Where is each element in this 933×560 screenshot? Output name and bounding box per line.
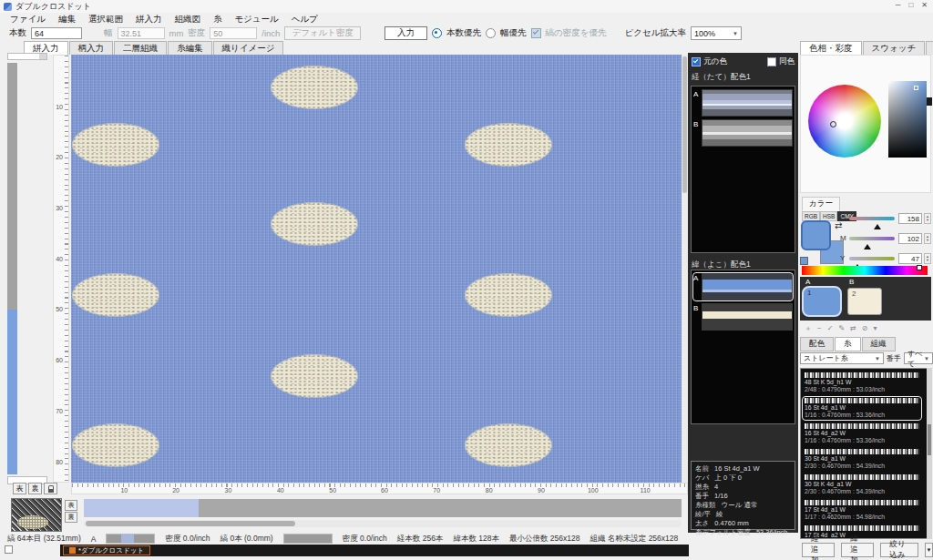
filter-caret-icon[interactable]: ▼ [925, 543, 933, 557]
17 St 4d_a1 W[interactable]: 17 St 4d_a1 W 1/17 : 0.4620mm : 54.98/in… [803, 499, 921, 522]
add-weft-button[interactable]: 緯追加 [841, 543, 874, 557]
width-input[interactable]: 32.51 [118, 27, 165, 39]
16 St 4d_a1 W[interactable]: 16 St 4d_a1 W 1/16 : 0.4760mm : 53.36/in… [803, 397, 921, 420]
add-warp-button[interactable]: 経追加 [802, 543, 835, 557]
thread-spec: 1/16 : 0.4760mm : 53.36/inch [805, 412, 919, 419]
filter-button[interactable]: 絞り込み [880, 543, 918, 557]
document-tab[interactable]: *ダブルクロスドット [63, 545, 150, 555]
same-color-checkbox[interactable] [767, 57, 776, 66]
thread-name: 16 St 4d_a2 W [805, 430, 919, 437]
weft-row-a[interactable]: A [693, 273, 793, 300]
palette-swatch-2[interactable]: 2 [847, 288, 882, 315]
menu-item[interactable]: 選択範囲 [82, 14, 129, 25]
minimize-icon[interactable]: ─ [896, 1, 901, 9]
library-tab[interactable]: 配色 [800, 337, 834, 351]
magenta-spinner[interactable]: ▲▼ [924, 233, 931, 244]
canvas-vscrollbar[interactable] [682, 55, 688, 483]
back-mini-button[interactable]: 裏 [65, 512, 77, 523]
apply-icon[interactable]: ✓ [827, 324, 834, 332]
slider-marker-icon[interactable] [874, 224, 881, 229]
brightness-square[interactable] [888, 81, 927, 158]
mini-color-swatch[interactable] [800, 257, 808, 265]
color-panel-tab[interactable]: スウォッチ [863, 41, 926, 55]
library-tab[interactable]: 糸 [835, 337, 861, 351]
close-icon[interactable]: ✕ [921, 1, 928, 9]
yellow-value[interactable]: 47 [898, 253, 922, 264]
cyan-value[interactable]: 158 [898, 213, 922, 224]
color-panel-tab[interactable]: 色相・彩度 [800, 41, 862, 55]
status-density-1: 密度 0.0/inch [165, 534, 210, 545]
add-icon[interactable]: ＋ [805, 323, 812, 333]
thread-filter-row: ストレート糸 ▼ 番手 すべて ▼ [800, 352, 933, 364]
count-filter-select[interactable]: すべて ▼ [904, 352, 933, 364]
more-options-icon[interactable]: ▾ [873, 324, 877, 332]
spectrum-marker-icon[interactable] [917, 265, 922, 270]
cyan-slider[interactable] [849, 217, 895, 220]
weft-preview-strip[interactable] [84, 499, 682, 517]
pattern-thumbnail[interactable] [11, 498, 62, 532]
menu-item[interactable]: ヘルプ [285, 14, 324, 25]
color-panel-tab[interactable]: 近似色 [926, 41, 933, 55]
yellow-slider-row: Y 47 ▲▼ [849, 253, 931, 266]
library-tab[interactable]: 組織 [862, 337, 896, 351]
current-color-swatch[interactable] [801, 220, 831, 250]
back-button[interactable]: 裏 [28, 483, 42, 494]
palette-swatch-1[interactable]: 1 [802, 286, 842, 317]
wheel-selector-icon[interactable] [830, 121, 836, 127]
remove-icon[interactable]: − [817, 324, 822, 332]
menu-item[interactable]: 編集 [52, 14, 82, 25]
horizontal-ruler: 102030405060708090100110 [71, 483, 688, 494]
input-button[interactable]: 入力 [384, 26, 427, 40]
slider-marker-icon[interactable] [864, 244, 871, 249]
density-input[interactable]: 50 [210, 27, 257, 39]
view-tab[interactable]: 二層組織 [114, 41, 167, 55]
yellow-spinner[interactable]: ▲▼ [924, 253, 931, 264]
warp-row-b[interactable]: B [693, 119, 793, 147]
view-tab[interactable]: 柄入力 [69, 41, 114, 55]
ruler-number: 20 [172, 487, 179, 494]
honsu-input[interactable]: 64 [31, 27, 82, 39]
original-color-checkbox[interactable] [692, 57, 701, 66]
fabric-canvas[interactable] [71, 55, 688, 483]
30 St 4d_a1 W[interactable]: 30 St 4d_a1 W 2/30 : 0.4670mm : 54.39/in… [803, 448, 921, 471]
stripe-density-checkbox[interactable] [531, 28, 541, 38]
cyan-spinner[interactable]: ▲▼ [924, 213, 931, 224]
thread-list-scrollbar[interactable] [927, 368, 932, 539]
spectrum-bar[interactable] [802, 266, 928, 275]
48 St K 5d_h1 W[interactable]: 48 St K 5d_h1 W 2/48 : 0.4790mm : 53.03/… [803, 372, 921, 394]
square-selector-icon[interactable] [914, 86, 918, 90]
edit-pen-icon[interactable]: ✎ [838, 324, 845, 332]
pixel-zoom-select[interactable]: 100% ▼ [691, 26, 742, 40]
default-density-button[interactable]: デフォルト密度 [284, 26, 361, 40]
magenta-slider[interactable] [849, 237, 895, 240]
thread-texture-band [805, 423, 919, 429]
maximize-icon[interactable]: □ [908, 1, 913, 9]
30 St K 4d_a1 W[interactable]: 30 St K 4d_a1 W 2/30 : 0.4670mm : 54.39/… [803, 473, 921, 496]
warp-row-a[interactable]: A [693, 89, 793, 117]
stripe-bar-scroll-top[interactable] [7, 53, 47, 60]
thread-type-select[interactable]: ストレート糸 ▼ [800, 352, 884, 364]
menu-item[interactable]: 絣入力 [129, 14, 169, 25]
view-tab[interactable]: 織りイメージ [213, 41, 284, 55]
canvas-hscrollbar[interactable] [84, 520, 682, 527]
16 St 4d_a2 W[interactable]: 16 St 4d_a2 W 1/16 : 0.4760mm : 53.36/in… [803, 423, 921, 445]
menu-item[interactable]: 糸 [207, 14, 229, 25]
face-mini-button[interactable]: 表 [65, 500, 77, 511]
width-priority-radio[interactable] [486, 28, 496, 38]
swap-icon[interactable]: ⇄ [850, 324, 856, 332]
warp-stripe-bar[interactable] [7, 63, 17, 474]
yellow-slider[interactable] [849, 257, 895, 260]
menu-item[interactable]: ファイル [4, 14, 52, 25]
magenta-value[interactable]: 102 [898, 233, 922, 244]
view-tab[interactable]: 糸編集 [168, 41, 212, 55]
menu-item[interactable]: モジュール [228, 14, 284, 25]
face-button[interactable]: 表 [13, 483, 26, 494]
lock-button[interactable] [44, 483, 57, 494]
pixel-zoom-value: 100% [694, 29, 715, 38]
menu-item[interactable]: 組織図 [168, 14, 207, 25]
clear-icon[interactable]: ⊘ [862, 324, 868, 332]
weft-row-b[interactable]: B [693, 303, 793, 331]
honsu-priority-radio[interactable] [432, 28, 442, 38]
color-wheel[interactable] [808, 85, 881, 158]
bottom-checkbox[interactable] [5, 545, 13, 554]
